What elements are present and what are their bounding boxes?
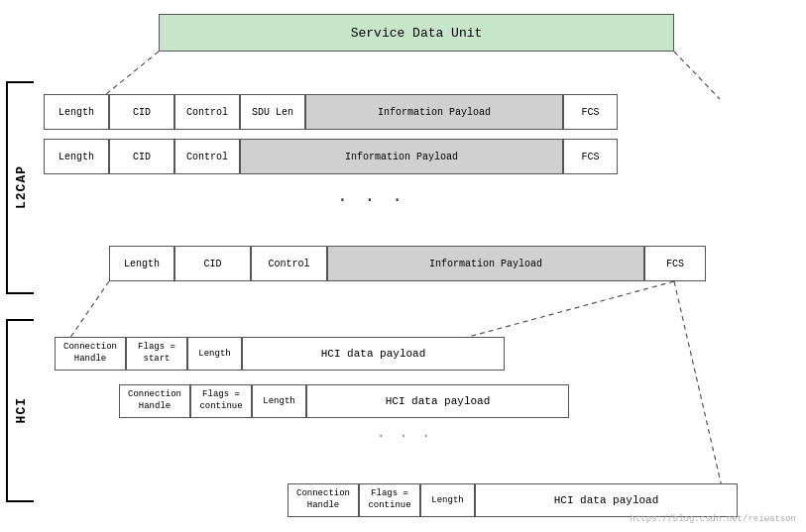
diagram: L2CAP HCI Service Data Unit Length CID C… xyxy=(0,0,806,532)
hci-r3-conn-handle: ConnectionHandle xyxy=(288,483,359,517)
l2cap-r3-fcs: FCS xyxy=(644,246,706,281)
hci-r1-flags: Flags =start xyxy=(126,337,187,371)
hci-r2-flags: Flags =continue xyxy=(190,384,252,418)
l2cap-r3-cid: CID xyxy=(174,246,251,281)
sdu-label: Service Data Unit xyxy=(351,26,483,41)
l2cap-layer-label: L2CAP xyxy=(6,81,34,294)
hci-r2-conn-handle: ConnectionHandle xyxy=(119,384,190,418)
l2cap-dots: · · · xyxy=(337,190,405,210)
hci-r3-payload: HCI data payload xyxy=(475,483,738,517)
hci-dots: · · · xyxy=(377,428,433,444)
l2cap-r2-length: Length xyxy=(44,139,109,174)
svg-line-1 xyxy=(674,52,720,99)
hci-r3-flags: Flags =continue xyxy=(359,483,420,517)
l2cap-r1-payload: Information Payload xyxy=(305,94,563,130)
watermark: https://blog.csdn.net/reiwatson xyxy=(631,514,796,524)
svg-line-4 xyxy=(67,281,109,342)
hci-r3-length: Length xyxy=(420,483,475,517)
svg-line-3 xyxy=(674,281,724,495)
svg-line-2 xyxy=(450,281,674,342)
sdu-box: Service Data Unit xyxy=(159,14,674,52)
l2cap-r2-fcs: FCS xyxy=(563,139,618,174)
l2cap-row-3: Length CID Control Information Payload F… xyxy=(109,246,706,281)
hci-row-3: ConnectionHandle Flags =continue Length … xyxy=(288,483,738,517)
l2cap-r2-payload: Information Payload xyxy=(240,139,563,174)
l2cap-r2-control: Control xyxy=(174,139,240,174)
l2cap-row-1: Length CID Control SDU Len Information P… xyxy=(44,94,618,130)
l2cap-r1-sdulen: SDU Len xyxy=(240,94,305,130)
hci-r1-length: Length xyxy=(187,337,242,371)
l2cap-r3-length: Length xyxy=(109,246,174,281)
hci-r1-payload: HCI data payload xyxy=(242,337,505,371)
hci-row-2: ConnectionHandle Flags =continue Length … xyxy=(119,384,569,418)
hci-r2-length: Length xyxy=(252,384,306,418)
l2cap-r2-cid: CID xyxy=(109,139,174,174)
l2cap-r1-control: Control xyxy=(174,94,240,130)
l2cap-r3-payload: Information Payload xyxy=(327,246,644,281)
hci-r2-payload: HCI data payload xyxy=(306,384,569,418)
l2cap-r1-cid: CID xyxy=(109,94,174,130)
hci-r1-conn-handle: ConnectionHandle xyxy=(55,337,126,371)
hci-layer-label: HCI xyxy=(6,319,34,502)
l2cap-r3-control: Control xyxy=(251,246,327,281)
svg-line-0 xyxy=(100,52,159,99)
l2cap-r1-length: Length xyxy=(44,94,109,130)
l2cap-row-2: Length CID Control Information Payload F… xyxy=(44,139,618,174)
hci-row-1: ConnectionHandle Flags =start Length HCI… xyxy=(55,337,505,371)
l2cap-r1-fcs: FCS xyxy=(563,94,618,130)
